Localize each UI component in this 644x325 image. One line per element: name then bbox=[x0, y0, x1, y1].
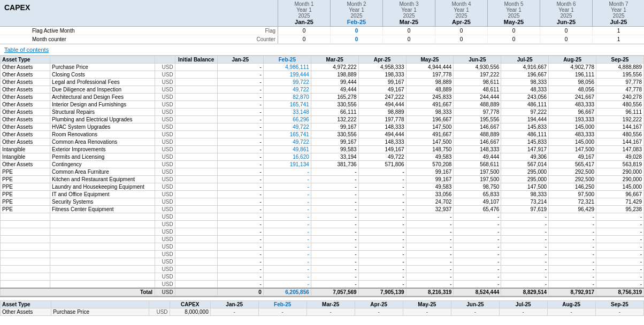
counter-val-6: 1 bbox=[593, 35, 644, 43]
cell-jun-5: 488,889 bbox=[454, 101, 501, 109]
total-may: 8,216,319 bbox=[406, 288, 454, 296]
cell-apr-5: 494,444 bbox=[358, 101, 406, 109]
cell-unit-6: USD bbox=[155, 109, 175, 116]
cell-initial-20 bbox=[175, 213, 217, 221]
cell-mar-18: - bbox=[311, 198, 358, 206]
cell-asset_type-28 bbox=[1, 273, 50, 281]
cell-asset_type-15: PPE bbox=[1, 176, 50, 183]
flag-row: Flag Active Month Flag 00000011 bbox=[0, 27, 644, 35]
cell-unit-14: USD bbox=[155, 168, 175, 176]
counter-val-5: 0 bbox=[540, 35, 593, 43]
table-row: Other AssetsLegal and Professional FeesU… bbox=[1, 79, 644, 86]
cell-initial-12 bbox=[175, 153, 217, 161]
cell-apr-19: - bbox=[358, 206, 406, 213]
cell-aug-24: - bbox=[549, 243, 596, 251]
counter-row: Month counter Counter 000000123 bbox=[0, 35, 644, 44]
cell-jan-16: - bbox=[217, 183, 263, 191]
cell-sep-25: - bbox=[596, 251, 644, 258]
th-may: May-25 bbox=[406, 56, 454, 64]
cell-feb-4: 82,870 bbox=[263, 94, 311, 101]
cell-asset_type-21 bbox=[1, 221, 50, 228]
cell-jan-22: - bbox=[217, 228, 263, 236]
flag-val-1: 0 bbox=[331, 27, 383, 35]
cell-jul-13: 567,014 bbox=[501, 161, 549, 168]
cell-mar-27: - bbox=[311, 266, 358, 273]
spreadsheet-title: CAPEX bbox=[0, 0, 278, 27]
bottom-th-jul: Jul-25 bbox=[499, 301, 547, 308]
month-col-Apr-25: Month 4 Year 1 2025 Apr-25 bbox=[435, 0, 488, 27]
cell-initial-16 bbox=[175, 183, 217, 191]
cell-sep-22: - bbox=[596, 228, 644, 236]
cell-asset_type-17: PPE bbox=[1, 191, 50, 198]
cell-jun-3: 48,611 bbox=[454, 86, 501, 94]
cell-mar-3: 49,444 bbox=[311, 86, 358, 94]
cell-aug-1: 196,111 bbox=[549, 71, 596, 79]
cell-jun-23: - bbox=[454, 236, 501, 243]
cell-initial-24 bbox=[175, 243, 217, 251]
cell-jun-19: 65,476 bbox=[454, 206, 501, 213]
cell-sep-14: 290,000 bbox=[596, 168, 644, 176]
cell-aug-19: 96,429 bbox=[549, 206, 596, 213]
bottom-th-description bbox=[51, 301, 149, 308]
cell-apr-21: - bbox=[358, 221, 406, 228]
cell-apr-7: 197,778 bbox=[358, 116, 406, 123]
cell-asset_type-1: Other Assets bbox=[1, 71, 50, 79]
cell-jul-1: 196,667 bbox=[501, 71, 549, 79]
bottom-th-sep: Sep-25 bbox=[595, 301, 643, 308]
cell-feb-18: - bbox=[263, 198, 311, 206]
cell-aug-5: 483,333 bbox=[549, 101, 596, 109]
cell-apr-17: - bbox=[358, 191, 406, 198]
cell-description-0: Purchase Price bbox=[50, 64, 155, 71]
cell-apr-15: - bbox=[358, 176, 406, 183]
cell-aug-7: 193,333 bbox=[549, 116, 596, 123]
bottom-description: Purchase Price bbox=[51, 308, 149, 316]
cell-may-1: 197,778 bbox=[406, 71, 454, 79]
cell-mar-5: 330,556 bbox=[311, 101, 358, 109]
cell-asset_type-14: PPE bbox=[1, 168, 50, 176]
cell-apr-23: - bbox=[358, 236, 406, 243]
cell-unit-29: USD bbox=[155, 281, 175, 289]
cell-unit-23: USD bbox=[155, 236, 175, 243]
cell-jan-12: - bbox=[217, 153, 263, 161]
cell-apr-1: 198,333 bbox=[358, 71, 406, 79]
counter-val-3: 0 bbox=[435, 35, 488, 43]
bottom-th-capex: CAPEX bbox=[170, 301, 210, 308]
total-aug: 8,792,917 bbox=[549, 288, 596, 296]
cell-aug-23: - bbox=[549, 236, 596, 243]
cell-description-18: Security Systems bbox=[50, 198, 155, 206]
cell-jun-25: - bbox=[454, 251, 501, 258]
table-row: USD--------- bbox=[1, 266, 644, 273]
toc-link[interactable]: Table of contents bbox=[4, 47, 49, 53]
cell-unit-7: USD bbox=[155, 116, 175, 123]
total-label: Total bbox=[1, 288, 155, 296]
cell-mar-9: 330,556 bbox=[311, 131, 358, 138]
bottom-table: Asset Type CAPEX Jan-25 Feb-25 Mar-25 Ap… bbox=[0, 300, 644, 316]
bottom-asset-row: Other Assets Purchase Price USD 8,000,00… bbox=[1, 308, 644, 316]
cell-jun-29: - bbox=[454, 281, 501, 289]
month-col-Jul-25: Month 7 Year 1 2025 Jul-25 bbox=[593, 0, 644, 27]
cell-unit-22: USD bbox=[155, 228, 175, 236]
bottom-asset-type: Other Assets bbox=[1, 308, 51, 316]
cell-aug-27: - bbox=[549, 266, 596, 273]
cell-jul-12: 49,306 bbox=[501, 153, 549, 161]
table-row: Other AssetsPlumbing and Electrical Upgr… bbox=[1, 116, 644, 123]
cell-unit-19: USD bbox=[155, 206, 175, 213]
cell-mar-4: 165,278 bbox=[311, 94, 358, 101]
cell-jan-14: - bbox=[217, 168, 263, 176]
th-initial-balance: Initial Balance bbox=[175, 56, 217, 64]
cell-jan-10: - bbox=[217, 138, 263, 146]
month-col-May-25: Month 5 Year 1 2025 May-25 bbox=[488, 0, 540, 27]
cell-asset_type-27 bbox=[1, 266, 50, 273]
table-row: Other AssetsStructural RepairsUSD-33,148… bbox=[1, 109, 644, 116]
cell-jun-2: 98,611 bbox=[454, 79, 501, 86]
cell-unit-20: USD bbox=[155, 213, 175, 221]
cell-asset_type-13: Other Assets bbox=[1, 161, 50, 168]
cell-apr-29: - bbox=[358, 281, 406, 289]
cell-initial-14 bbox=[175, 168, 217, 176]
cell-jul-5: 486,111 bbox=[501, 101, 549, 109]
cell-jun-1: 197,222 bbox=[454, 71, 501, 79]
cell-aug-25: - bbox=[549, 251, 596, 258]
total-row: Total USD 0 6,205,856 7,057,569 7,905,13… bbox=[1, 288, 644, 296]
cell-jul-19: 97,619 bbox=[501, 206, 549, 213]
cell-jun-15: 197,500 bbox=[454, 176, 501, 183]
